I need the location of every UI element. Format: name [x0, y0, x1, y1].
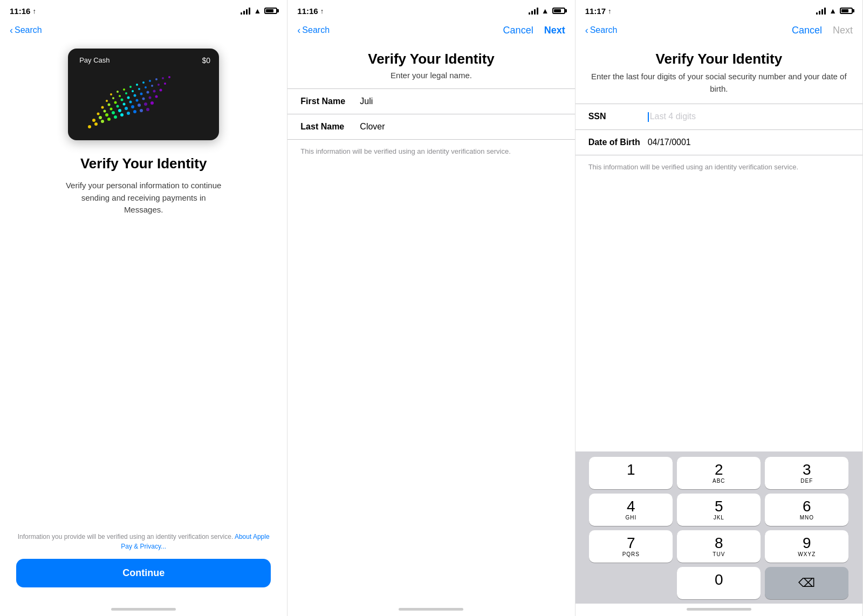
back-button-1[interactable]: ‹ Search	[10, 25, 42, 36]
dob-label: Date of Birth	[588, 138, 648, 147]
svg-point-16	[131, 105, 134, 108]
svg-point-42	[119, 95, 121, 97]
screen1-title: Verify Your Identity	[80, 155, 207, 172]
key-9[interactable]: 9 WXYZ	[765, 530, 848, 563]
svg-point-55	[142, 81, 145, 84]
svg-point-35	[134, 94, 136, 97]
svg-point-54	[136, 84, 138, 86]
svg-point-49	[164, 83, 166, 85]
next-button-2[interactable]: Next	[544, 25, 565, 36]
back-arrow-icon-3: ‹	[585, 25, 588, 36]
svg-point-28	[149, 97, 152, 99]
key-5[interactable]: 5 JKL	[677, 494, 761, 526]
svg-point-19	[150, 101, 154, 105]
footer-info-text: Information you provide will be verified…	[16, 532, 271, 551]
location-icon-2: ↑	[320, 7, 324, 15]
key-3[interactable]: 3 DEF	[765, 457, 848, 489]
cancel-button-2[interactable]: Cancel	[503, 25, 533, 36]
next-button-3[interactable]: Next	[833, 25, 853, 36]
ssn-placeholder: Last 4 digits	[650, 112, 696, 121]
keypad-row-2: 4 GHI 5 JKL 6 MNO	[580, 494, 858, 526]
svg-point-29	[155, 95, 158, 98]
key-0[interactable]: 0	[677, 567, 761, 599]
dob-row[interactable]: Date of Birth 04/17/0001	[576, 130, 862, 155]
svg-point-4	[114, 115, 117, 119]
key-letters-7: PQRS	[622, 551, 640, 557]
delete-icon: ⌫	[798, 576, 815, 590]
cancel-button-3[interactable]: Cancel	[792, 25, 822, 36]
first-name-row[interactable]: First Name Juli	[287, 89, 574, 114]
key-number-3: 3	[803, 462, 811, 477]
keypad-row-3: 7 PQRS 8 TUV 9 WXYZ	[580, 530, 858, 563]
status-icons-3: ▲	[816, 6, 853, 15]
back-label-1: Search	[15, 25, 42, 35]
svg-point-50	[110, 93, 112, 95]
svg-point-2	[101, 120, 104, 123]
keypad-row-1: 1 2 ABC 3 DEF	[580, 457, 858, 489]
key-number-6: 6	[803, 499, 811, 514]
delete-key[interactable]: ⌫	[765, 567, 848, 599]
svg-point-8	[140, 109, 143, 112]
last-name-row[interactable]: Last Name Clover	[287, 114, 574, 140]
dob-value: 04/17/0001	[648, 138, 850, 147]
time-text-3: 11:17	[585, 6, 606, 16]
last-name-value: Clover	[360, 122, 561, 132]
battery-icon-3	[840, 8, 853, 14]
svg-point-0	[88, 125, 91, 128]
svg-point-30	[101, 106, 104, 109]
card-logo: Pay Cash	[77, 56, 109, 64]
key-7[interactable]: 7 PQRS	[589, 530, 673, 563]
svg-point-26	[136, 99, 139, 102]
screen1-subtitle: Verify your personal information to cont…	[63, 180, 224, 216]
ssn-row[interactable]: SSN Last 4 digits	[576, 104, 862, 130]
svg-point-38	[153, 90, 156, 93]
svg-point-40	[106, 100, 108, 102]
svg-point-48	[157, 84, 160, 86]
key-letters-4: GHI	[625, 515, 636, 521]
back-button-2[interactable]: ‹ Search	[297, 25, 330, 36]
key-letters-9: WXYZ	[798, 551, 816, 557]
time-text-1: 11:16	[10, 6, 30, 16]
key-number-1: 1	[627, 462, 635, 477]
continue-button[interactable]: Continue	[16, 559, 271, 587]
status-bar-1: 11:16 ↑ ▲	[0, 0, 287, 19]
key-2[interactable]: 2 ABC	[677, 457, 761, 489]
key-8[interactable]: 8 TUV	[677, 530, 761, 563]
nav-bar-2: ‹ Search Cancel Next	[287, 19, 574, 43]
location-icon-1: ↑	[32, 7, 36, 15]
key-letters-1	[630, 478, 632, 484]
svg-point-25	[129, 101, 132, 104]
signal-icon-2	[529, 7, 538, 15]
svg-point-9	[146, 108, 149, 111]
screen-3: 11:17 ↑ ▲ ‹ Search Cancel Next Verify	[576, 0, 863, 616]
key-number-8: 8	[715, 536, 723, 551]
key-letters-2: ABC	[713, 478, 725, 484]
ssn-field[interactable]: Last 4 digits	[648, 112, 850, 122]
svg-point-3	[107, 118, 111, 121]
svg-point-33	[121, 99, 124, 101]
time-text-2: 11:16	[297, 6, 318, 16]
svg-point-13	[112, 111, 115, 114]
key-6[interactable]: 6 MNO	[765, 494, 848, 526]
screen2-subtitle: Enter your legal name.	[287, 71, 574, 88]
key-letters-5: JKL	[714, 515, 724, 521]
first-name-label: First Name	[300, 97, 360, 106]
svg-point-27	[142, 98, 145, 100]
signal-icon-3	[816, 7, 826, 15]
svg-point-34	[127, 97, 130, 99]
svg-point-45	[138, 88, 140, 90]
key-4[interactable]: 4 GHI	[589, 494, 673, 526]
key-1[interactable]: 1	[589, 457, 673, 489]
screen1-content: Pay Cash $0	[0, 43, 287, 523]
svg-point-36	[140, 93, 143, 95]
key-number-2: 2	[715, 462, 723, 477]
svg-point-47	[151, 85, 153, 87]
back-button-3[interactable]: ‹ Search	[585, 25, 618, 36]
signal-icon-1	[241, 7, 250, 15]
svg-point-20	[97, 113, 100, 115]
svg-point-57	[155, 78, 157, 80]
back-label-2: Search	[302, 25, 330, 35]
status-bar-2: 11:16 ↑ ▲	[287, 0, 574, 19]
svg-point-24	[123, 103, 126, 106]
key-number-5: 5	[715, 499, 723, 514]
